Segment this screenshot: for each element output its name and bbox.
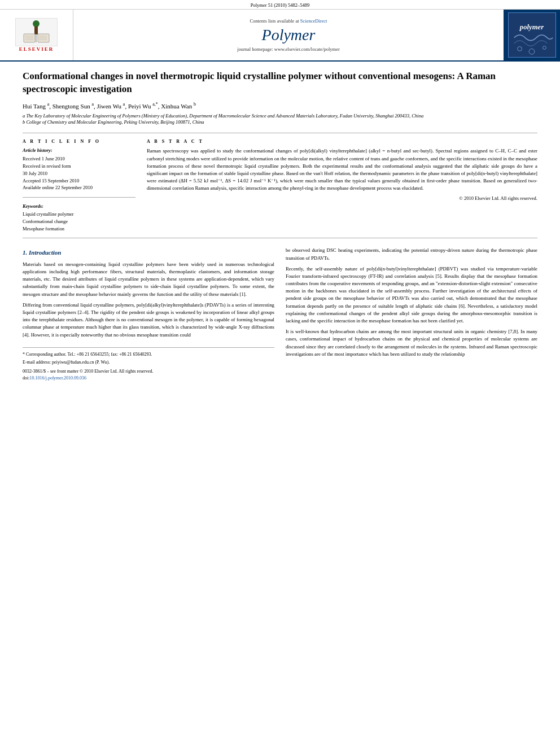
keyword-2: Conformational change	[23, 218, 135, 225]
journal-header: ELSEVIER Contents lists available at Sci…	[0, 10, 560, 62]
svg-rect-12	[509, 13, 555, 57]
journal-name-header: Polymer	[262, 26, 316, 44]
body-col2-p1: be observed during DSC heating experimen…	[286, 247, 537, 261]
history-label: Article history:	[23, 147, 135, 153]
body-column-right: be observed during DSC heating experimen…	[286, 247, 537, 381]
article-info-column: A R T I C L E I N F O Article history: R…	[23, 139, 135, 232]
elsevier-tree-icon	[15, 18, 58, 46]
journal-homepage: journal homepage: www.elsevier.com/locat…	[237, 46, 340, 52]
body-column-left: 1. Introduction Materials based on mesog…	[23, 247, 274, 381]
article-content: Conformational changes in novel thermotr…	[0, 62, 560, 393]
copyright-line: © 2010 Elsevier Ltd. All rights reserved…	[147, 195, 537, 201]
footnotes: * Corresponding author. Tel.: +86 21 656…	[23, 347, 274, 382]
received-date: Received 1 June 2010	[23, 155, 135, 163]
polymer-badge-svg: polymer	[509, 12, 555, 58]
keywords-label: Keywords:	[23, 203, 135, 209]
journal-header-right: polymer	[504, 10, 560, 60]
body-col1-p1: Materials based on mesogen-containing li…	[23, 261, 274, 298]
article-affiliations: a The Key Laboratory of Molecular Engine…	[23, 113, 537, 126]
polymer-badge: polymer	[508, 12, 556, 58]
keyword-1: Liquid crystalline polymer	[23, 211, 135, 218]
svg-rect-2	[34, 27, 38, 34]
journal-top-bar: Polymer 51 (2010) 5482–5489	[0, 0, 560, 10]
revised-date: 30 July 2010	[23, 170, 135, 177]
abstract-text: Raman spectroscopy was applied to study …	[147, 147, 537, 192]
divider-after-affiliations	[23, 133, 537, 133]
doi-footnote: doi:10.1016/j.polymer.2010.09.036	[23, 375, 274, 382]
elsevier-logo-section: ELSEVIER	[0, 10, 73, 60]
svg-rect-3	[24, 34, 35, 42]
body-col2-p2: Recently, the self-assembly nature of po…	[286, 265, 537, 325]
keywords-divider	[23, 197, 135, 198]
page-wrapper: Polymer 51 (2010) 5482–5489	[0, 0, 560, 747]
keywords-section: Keywords: Liquid crystalline polymer Con…	[23, 197, 135, 232]
body-columns: 1. Introduction Materials based on mesog…	[23, 247, 537, 381]
affiliation-b: b College of Chemistry and Molecular Eng…	[23, 119, 537, 126]
section1-title: 1. Introduction	[23, 248, 274, 257]
info-abstract-columns: A R T I C L E I N F O Article history: R…	[23, 139, 537, 232]
journal-header-center: Contents lists available at ScienceDirec…	[73, 10, 504, 60]
abstract-label: A B S T R A C T	[147, 139, 537, 144]
article-title: Conformational changes in novel thermotr…	[23, 70, 537, 96]
body-col1-p2: Differing from conventional liquid cryst…	[23, 302, 274, 339]
svg-point-1	[33, 20, 40, 27]
affiliation-a: a The Key Laboratory of Molecular Engine…	[23, 113, 537, 120]
body-col2-p3: It is well-known that hydrocarbon chains…	[286, 328, 537, 358]
issn-footnote: 0032-3861/$ – see front matter © 2010 El…	[23, 368, 274, 382]
corresponding-footnote: * Corresponding author. Tel.: +86 21 656…	[23, 351, 274, 358]
keyword-3: Mesophase formation	[23, 225, 135, 233]
elsevier-logo: ELSEVIER	[15, 18, 58, 52]
journal-citation: Polymer 51 (2010) 5482–5489	[251, 2, 310, 8]
svg-rect-4	[38, 34, 49, 42]
sciencedirect-text: Contents lists available at ScienceDirec…	[250, 18, 327, 24]
sciencedirect-link[interactable]: ScienceDirect	[300, 18, 327, 24]
divider-after-abstract	[23, 238, 537, 238]
article-info-label: A R T I C L E I N F O	[23, 139, 135, 144]
accepted-date: Accepted 15 September 2010	[23, 177, 135, 185]
elsevier-label: ELSEVIER	[19, 46, 54, 52]
email-footnote: E-mail address: peiyiwu@fudan.edu.cn (P.…	[23, 359, 274, 366]
abstract-column: A B S T R A C T Raman spectroscopy was a…	[147, 139, 537, 232]
svg-text:polymer: polymer	[519, 23, 544, 31]
available-date: Available online 22 September 2010	[23, 184, 135, 191]
article-authors: Hui Tang a, Shengtong Sun a, Jiwen Wu a,…	[23, 102, 537, 110]
received-revised-label: Received in revised form	[23, 163, 135, 170]
